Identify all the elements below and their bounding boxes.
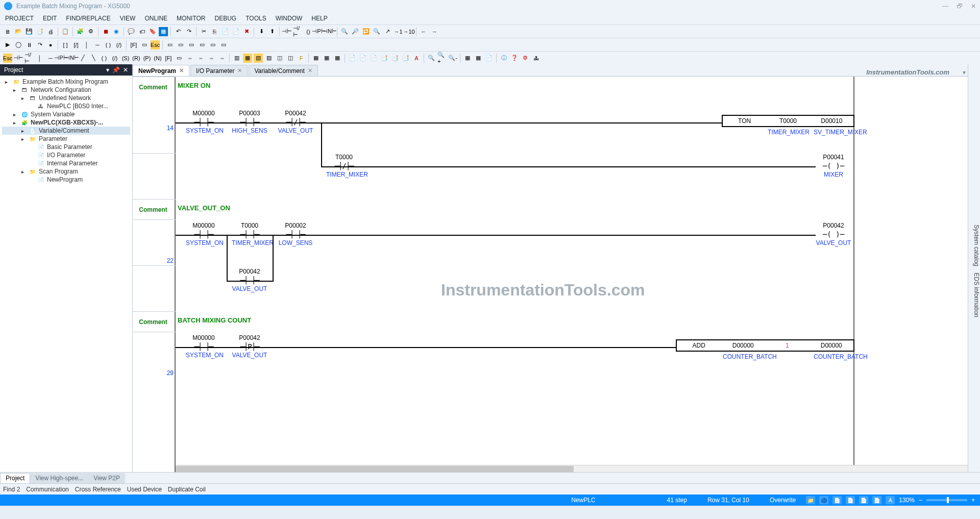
status-icon-3[interactable]: 📄 [832, 496, 842, 504]
paste2-icon[interactable]: 📄 [231, 27, 240, 36]
zoom-slider[interactable] [926, 499, 967, 501]
zoom-in-btn[interactable]: + [971, 497, 975, 504]
f3-icon[interactable]: ⊣⊢ [14, 54, 23, 63]
ld-func-icon[interactable]: [F] [129, 40, 138, 50]
ld-extra2-icon[interactable]: ▭ [176, 40, 185, 50]
rung3-contact-1[interactable]: M00000 ─┤ ├─ SYSTEM_ON [186, 334, 222, 359]
rung1-contact-3[interactable]: P00042 ─┤/├─ VALVE_OUT [278, 110, 313, 134]
tree-item[interactable]: 🖧NewPLC [B0S0 Inter... [2, 102, 130, 110]
tree-expand-icon[interactable]: ▸ [10, 119, 18, 126]
mon2-icon[interactable]: ▦ [322, 54, 331, 63]
func-f-icon[interactable]: F [297, 54, 306, 63]
output-tab-find2[interactable]: Find 2 [3, 486, 20, 493]
status-icon-1[interactable]: 📁 [806, 496, 815, 504]
panel-close-icon[interactable]: ✕ [123, 66, 128, 73]
grid-icon[interactable]: ▦ [159, 27, 168, 36]
bottom-tab-project[interactable]: Project [0, 473, 30, 483]
tree-expand-icon[interactable] [27, 160, 35, 167]
run-icon[interactable]: ◉ [112, 27, 121, 36]
tree-expand-icon[interactable]: ▸ [18, 168, 27, 175]
tree-expand-icon[interactable]: ▸ [2, 78, 10, 85]
step-in-icon[interactable]: →1 [394, 27, 403, 36]
contact-nc-icon[interactable]: ⊣/⊢ [293, 27, 302, 36]
tree-item[interactable]: 📄NewProgram [2, 176, 130, 184]
goto-icon[interactable]: ↗ [383, 27, 392, 36]
config-icon[interactable]: ⚙ [86, 27, 95, 36]
break-icon[interactable]: ● [46, 40, 55, 50]
sf2-icon[interactable]: ⊣N⊢ [67, 54, 77, 63]
paste-icon[interactable]: 📄 [220, 27, 230, 36]
doc5-icon[interactable]: 📑 [390, 54, 400, 63]
tree-expand-icon[interactable]: ▸ [18, 94, 27, 102]
tab-newprogram[interactable]: NewProgram ✕ [133, 65, 189, 76]
connect-icon[interactable]: ◼ [101, 27, 110, 36]
status-icon-5[interactable]: 📄 [859, 496, 868, 504]
f4-icon[interactable]: ⊣/⊢ [24, 54, 34, 63]
tree-expand-icon[interactable] [27, 152, 35, 159]
cut-icon[interactable]: ✂ [199, 27, 208, 36]
doc-a-icon[interactable]: A [412, 54, 421, 63]
output-tab-crossref[interactable]: Cross Reference [75, 486, 121, 493]
view4-icon[interactable]: ▨ [264, 54, 274, 63]
open-icon[interactable]: 📂 [14, 27, 23, 36]
rung2-contact-2[interactable]: T0000 ─┤ ├─ TIMER_MIXER [232, 222, 267, 246]
ld-coil-icon[interactable]: ( ) [104, 40, 113, 50]
ld-no-icon[interactable]: [ ] [61, 40, 70, 50]
tree-item[interactable]: ▸🌐System Variable [2, 110, 130, 118]
rung2b-contact[interactable]: P00042 ─┤ ├─ VALVE_OUT [232, 268, 267, 292]
tree-expand-icon[interactable]: ▸ [18, 127, 27, 134]
status-icon-6[interactable]: 📄 [872, 496, 881, 504]
tree-expand-icon[interactable] [27, 143, 35, 151]
horizontal-scrollbar[interactable] [176, 465, 972, 472]
tree-item[interactable]: ▸🧩NewPLC(XGB-XBCXS)-... [2, 118, 130, 127]
rung1-contact-2[interactable]: P00003 ─┤ ├─ HIGH_SENS [232, 110, 267, 134]
bookmark-icon[interactable]: 🔖 [148, 27, 157, 36]
esc2-icon[interactable]: Esc [3, 54, 12, 63]
copy2-icon[interactable]: ⎘ [210, 27, 219, 36]
rung1-contact-1[interactable]: M00000 ─┤ ├─ SYSTEM_ON [186, 110, 222, 134]
ld-fb-icon[interactable]: ▭ [140, 40, 149, 50]
panel-pin-icon[interactable]: 📌 [112, 66, 120, 73]
ld-extra5-icon[interactable]: ▭ [208, 40, 217, 50]
ld-hline-icon[interactable]: ─ [93, 40, 102, 50]
help-icon[interactable]: ⓘ [499, 54, 508, 63]
run-play-icon[interactable]: ▶ [3, 40, 12, 50]
c3-icon[interactable]: ⎓ [185, 54, 194, 63]
tree-item[interactable]: ▸📁Scan Program [2, 167, 130, 176]
output-tab-useddevice[interactable]: Used Device [127, 486, 162, 493]
bottom-tab-highspeed[interactable]: View High-spee... [30, 473, 88, 483]
menu-help[interactable]: HELP [311, 15, 327, 22]
contact-n-icon[interactable]: ⊣N⊢ [325, 27, 334, 36]
tab-close-icon[interactable]: ✕ [179, 67, 184, 74]
coil-icon[interactable]: () [304, 27, 313, 36]
win3-icon[interactable]: 📄 [484, 54, 494, 63]
menu-tools[interactable]: TOOLS [246, 15, 266, 22]
label-icon[interactable]: 🏷 [137, 27, 146, 36]
rung1b-contact[interactable]: T0000 ─┤/├─ TIMER_MIXER [326, 154, 362, 178]
output-tab-dupcoil[interactable]: Duplicate Coil [168, 486, 206, 493]
menu-debug[interactable]: DEBUG [215, 15, 237, 22]
win1-icon[interactable]: ▦ [463, 54, 472, 63]
doc3-icon[interactable]: 📄 [369, 54, 378, 63]
sf9-icon[interactable]: ╲ [89, 54, 98, 63]
right-dock-eds[interactable]: EDS information [973, 273, 980, 317]
tab-io-parameter[interactable]: I/O Parameter ✕ [190, 65, 248, 76]
right-dock[interactable]: System catalog EDS information [968, 64, 980, 472]
tree-item[interactable]: 📄I/O Parameter [2, 151, 130, 159]
step-over-icon[interactable]: →10 [404, 27, 413, 36]
undo-icon[interactable]: ↶ [174, 27, 183, 36]
mon1-icon[interactable]: ▦ [311, 54, 321, 63]
rung2-contact-3[interactable]: P00002 ─┤ ├─ LOW_SENS [278, 222, 313, 246]
status-icon-7[interactable]: A [886, 496, 895, 504]
status-icon-2[interactable]: 🔵 [819, 496, 828, 504]
rung1-coil[interactable]: P00041 ─( )─ MIXER [816, 154, 851, 178]
tree-expand-icon[interactable]: ▸ [10, 86, 18, 93]
print-icon[interactable]: 🖨 [46, 27, 55, 36]
new-icon[interactable]: 🗎 [3, 27, 12, 36]
tree-expand-icon[interactable] [27, 103, 35, 110]
tab-close-icon[interactable]: ✕ [308, 67, 312, 74]
rung3-add-box[interactable]: ADD D00000 1 D00000 [676, 339, 854, 352]
output-tab-communication[interactable]: Communication [26, 486, 68, 493]
ladder-canvas[interactable]: Comment 14 Comment 22 Comment 29 MIXER O… [133, 77, 980, 472]
zoom-out-btn[interactable]: − [919, 497, 922, 504]
